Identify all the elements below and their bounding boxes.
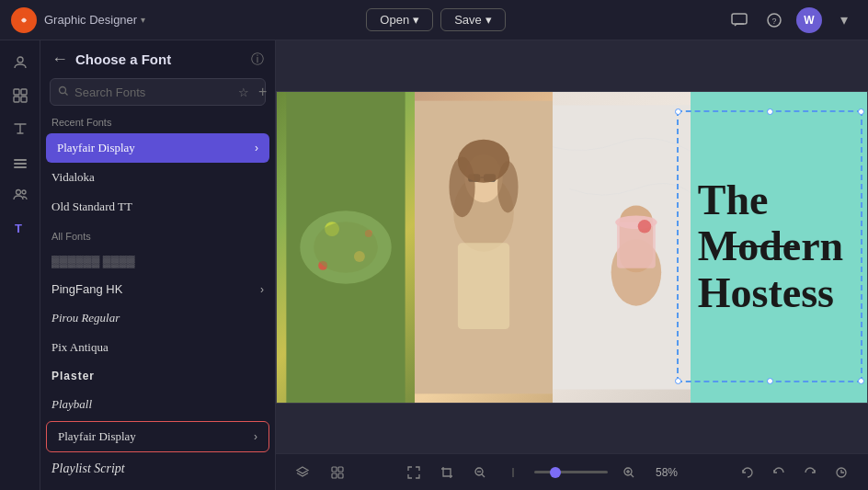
topbar-right: ? W ▾ xyxy=(726,7,857,33)
save-label: Save xyxy=(454,13,482,27)
open-label: Open xyxy=(380,13,409,27)
font-panel: ← Choose a Font ⓘ ☆ + Recent Fonts Playf… xyxy=(40,40,276,490)
zoom-separator-icon xyxy=(501,461,525,484)
sidebar-icon-text[interactable] xyxy=(6,114,35,143)
search-input[interactable] xyxy=(74,85,229,99)
sidebar-icon-profile[interactable] xyxy=(6,48,35,77)
crop-icon[interactable] xyxy=(435,461,459,484)
topbar-left: Graphic Designer ▾ xyxy=(11,7,145,33)
font-name-playlist: Playlist Script xyxy=(51,462,125,476)
all-font-item-pirou[interactable]: Pirou Regular xyxy=(40,303,275,333)
woman-image xyxy=(415,92,553,403)
pingfang-chevron-icon: › xyxy=(260,283,264,296)
main-content: T ← Choose a Font ⓘ ☆ + Re xyxy=(0,40,868,490)
svg-rect-8 xyxy=(21,97,27,102)
svg-text:?: ? xyxy=(771,17,776,26)
image-grid xyxy=(277,92,691,403)
svg-line-45 xyxy=(482,474,485,477)
svg-rect-5 xyxy=(14,89,19,95)
zoom-out-icon[interactable] xyxy=(468,461,492,484)
bottom-left-tools xyxy=(291,461,349,484)
all-font-item-playfair[interactable]: Playfair Display › xyxy=(46,421,269,452)
font-list[interactable]: Recent Fonts Playfair Display › Vidaloka… xyxy=(40,113,275,490)
font-name-oldstandard: Old Standard TT xyxy=(51,199,132,214)
svg-rect-42 xyxy=(332,473,337,478)
grid-icon[interactable] xyxy=(326,461,349,484)
font-name-pingfang: PingFang HK xyxy=(51,282,122,296)
undo-icon[interactable] xyxy=(767,461,791,484)
all-fonts-label: All Fonts xyxy=(40,227,275,247)
back-button[interactable]: ← xyxy=(51,50,68,69)
text-underline xyxy=(729,245,798,247)
font-panel-header: ← Choose a Font ⓘ xyxy=(40,40,275,78)
font-name-playball: Playball xyxy=(51,397,92,412)
recent-font-item-playfair[interactable]: Playfair Display › xyxy=(46,133,269,163)
bottom-right-tools xyxy=(736,461,853,484)
search-icon xyxy=(58,85,69,99)
selection-handle-tr xyxy=(858,108,864,115)
svg-point-39 xyxy=(638,220,652,234)
reset-icon[interactable] xyxy=(736,461,760,484)
chat-icon[interactable] xyxy=(726,7,752,33)
svg-rect-9 xyxy=(14,159,27,161)
selection-handle-tm xyxy=(767,108,773,115)
svg-rect-40 xyxy=(332,467,337,472)
sidebar-icon-elements[interactable] xyxy=(6,81,35,110)
font-name-vidaloka: Vidaloka xyxy=(51,170,95,185)
avatar[interactable]: W xyxy=(796,7,822,33)
save-chevron-icon: ▾ xyxy=(485,13,492,27)
svg-point-4 xyxy=(17,57,23,63)
font-name-playfair-recent: Playfair Display xyxy=(57,141,135,155)
sidebar-icon-people[interactable] xyxy=(6,180,35,210)
canvas-scroll[interactable]: The Modern Hostess xyxy=(276,40,868,453)
layers-icon[interactable] xyxy=(291,461,314,484)
favorite-icon[interactable]: ☆ xyxy=(238,85,249,99)
history-icon[interactable] xyxy=(829,461,853,484)
svg-line-16 xyxy=(65,92,68,95)
selection-handle-bm xyxy=(767,378,773,384)
sidebar-icon-layers[interactable] xyxy=(6,147,35,177)
recent-font-item-vidaloka[interactable]: Vidaloka xyxy=(40,163,275,192)
all-font-item-pixantiqua[interactable]: Pix Antiqua xyxy=(40,333,275,362)
svg-point-33 xyxy=(497,161,519,212)
zoom-in-icon[interactable] xyxy=(617,461,641,484)
svg-rect-7 xyxy=(14,97,19,102)
bottom-toolbar: 58% xyxy=(276,453,868,490)
all-font-item-partial[interactable]: ▓▓▓▓▓▓ ▓▓▓▓ xyxy=(40,247,275,275)
font-panel-title: Choose a Font xyxy=(75,51,171,67)
expand-icon[interactable]: ▾ xyxy=(831,7,857,33)
recent-fonts-label: Recent Fonts xyxy=(40,113,275,133)
selection-handle-br xyxy=(858,378,864,384)
svg-point-13 xyxy=(22,190,26,194)
add-font-icon[interactable]: + xyxy=(258,84,267,100)
sidebar-icon-font[interactable]: T xyxy=(6,213,35,243)
all-font-item-plaster[interactable]: Plaster xyxy=(40,362,275,390)
font-name-plaster: Plaster xyxy=(51,370,95,382)
help-icon[interactable]: ? xyxy=(761,7,787,33)
text-overlay: The Modern Hostess xyxy=(674,92,867,403)
canvas-text[interactable]: The Modern Hostess xyxy=(687,177,854,317)
open-chevron-icon: ▾ xyxy=(413,13,419,27)
font-panel-title-row: ← Choose a Font xyxy=(51,50,171,69)
selection-handle-tl xyxy=(675,108,681,115)
font-name-playfair-all: Playfair Display xyxy=(58,429,136,444)
all-font-item-playball[interactable]: Playball xyxy=(40,390,275,419)
design-canvas: The Modern Hostess xyxy=(276,91,868,404)
font-name-partial: ▓▓▓▓▓▓ ▓▓▓▓ xyxy=(51,255,135,268)
left-sidebar: T xyxy=(0,40,40,490)
redo-icon[interactable] xyxy=(798,461,822,484)
project-name-dropdown[interactable]: Graphic Designer ▾ xyxy=(44,13,145,27)
drink-image xyxy=(553,92,691,403)
open-button[interactable]: Open ▾ xyxy=(366,8,433,31)
svg-point-32 xyxy=(450,156,475,217)
recent-font-item-oldstandard[interactable]: Old Standard TT xyxy=(40,192,275,222)
food-image xyxy=(277,92,415,403)
all-font-item-pingfang[interactable]: PingFang HK › xyxy=(40,275,275,303)
playfair-recent-chevron-icon: › xyxy=(255,142,258,154)
info-icon[interactable]: ⓘ xyxy=(251,51,264,68)
save-button[interactable]: Save ▾ xyxy=(440,8,506,31)
fit-icon[interactable] xyxy=(402,461,426,484)
all-font-item-playlist[interactable]: Playlist Script xyxy=(40,454,275,484)
zoom-slider[interactable] xyxy=(534,471,608,473)
all-font-item-poller[interactable]: Poller One xyxy=(40,484,275,490)
